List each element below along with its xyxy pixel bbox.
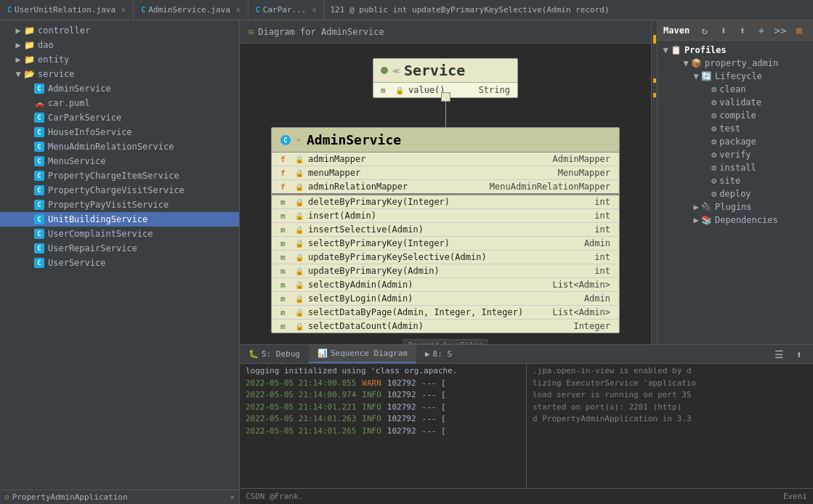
log-num: 102792 [387,426,416,438]
add-button[interactable]: + [753,23,769,38]
maven-project[interactable]: ▼ 📦 property_admin [658,57,813,70]
lifecycle-item-label: clean [719,84,745,94]
tree-item-unitbuilding-service[interactable]: C UnitBuildingService [0,212,239,227]
right-log-text: load server is running on port 35 [533,389,692,402]
tree-item-entity[interactable]: ▶ 📁 entity [0,52,239,67]
deps-label: Dependencies [715,215,778,225]
tree-label: PropertyChargeItemService [48,171,179,181]
folder-icon: 📂 [23,68,35,80]
diagram-content[interactable]: ≪ Service m 🔒 value() String [240,44,651,344]
right-log: .jpa.open-in-view is enabled by d lizing… [527,364,813,488]
diagram-header: ⊞ Diagram for AdminService [240,20,651,44]
tree-item-houseinfo-service[interactable]: C HouseInfoService [0,125,239,139]
method-type: int [594,224,610,235]
tree-item-admin-service[interactable]: C AdminService [0,81,239,96]
tree-item-prop-charge-visit[interactable]: C PropertyChargeVisitService [0,183,239,198]
log-line-3: 2022-05-05 21:14:01.221 INFO 102792 --- … [246,402,520,414]
m-letter-button[interactable]: m [791,23,807,38]
project-icon: 📦 [691,58,702,68]
tree-item-prop-charge-item[interactable]: C PropertyChargeItemService [0,168,239,183]
deps-icon: 📚 [701,215,712,225]
tree-item-carpark-service[interactable]: C CarParkService [0,110,239,125]
maven-lifecycle-verify[interactable]: ⚙ verify [658,148,813,161]
bug-icon: 🐛 [248,349,259,359]
tree-item-controller[interactable]: ▶ 📁 controller [0,23,239,38]
tree-label: UnitBuildingService [48,214,147,224]
maven-lifecycle-validate[interactable]: ⚙ validate [658,96,813,109]
tab-close-icon[interactable]: × [121,6,126,14]
log-level: INFO [362,402,381,414]
tree-item-menuadmin-service[interactable]: C MenuAdminRelationService [0,139,239,154]
interface-dot-icon [381,67,388,74]
bottom-up-icon[interactable]: ⬆ [791,346,807,362]
c-class-icon: C [33,170,45,182]
lock-icon: 🔒 [295,309,304,317]
tab-admin-service[interactable]: C AdminService.java × [134,0,248,20]
tree-item-dao[interactable]: ▶ 📁 dao [0,38,239,52]
folder-icon: 📁 [23,25,35,36]
maven-lifecycle-deploy[interactable]: ⚙ deploy [658,187,813,200]
maven-lifecycle-compile[interactable]: ⚙ compile [658,109,813,122]
interface-icon: ≪ [392,67,400,75]
uml-fields-section: f 🔒 adminMapper AdminMapper f 🔒 menuMapp [272,153,619,193]
maven-lifecycle-install[interactable]: ⚙ install [658,161,813,174]
lock-icon: 🔒 [295,281,304,289]
refresh-button[interactable]: ↻ [697,23,713,38]
powered-by: Powered by yFiles [403,339,488,344]
right-log-3: load server is running on port 35 [533,389,807,402]
tab-sequence-diagram[interactable]: 📊 Sequence Diagram [309,345,416,363]
log-line-2: 2022-05-05 21:14:00.974 INFO 102792 --- … [246,389,520,402]
lifecycle-item-label: install [719,163,756,173]
gear-icon: ⚙ [711,110,716,121]
more-button[interactable]: >> [772,23,788,38]
tree-item-car-puml[interactable]: 🚗 car.puml [0,96,239,110]
bottom-content-area: logging initialized using 'class org.apa… [240,364,813,488]
tab-run[interactable]: ▶ 8: S [416,345,461,363]
log-init: logging initialized using 'class org.apa… [246,365,520,378]
lock-icon: 🔒 [295,226,304,234]
log-num: 102792 [387,389,416,402]
line-info: 121 @ public int updateByPrimaryKeySelec… [324,5,813,15]
tree-item-prop-pay-visit[interactable]: C PropertyPayVisitService [0,198,239,212]
scroll-stripe [651,20,657,344]
log-time: 2022-05-05 21:14:01.221 [246,402,356,414]
log-msg: --- [ [422,389,446,402]
maven-profiles-section[interactable]: ▼ 📋 Profiles [658,44,813,57]
maven-lifecycle-clean[interactable]: ⚙ clean [658,83,813,96]
download-button[interactable]: ⬇ [716,23,732,38]
c-class-icon: C [33,155,45,167]
tree-item-user-service[interactable]: C UserService [0,256,239,270]
tab-run-label: 8: S [433,349,453,359]
top-tab-bar: C UserUnitRelation.java × C AdminService… [0,0,813,20]
bottom-tab-bar: 🐛 5: Debug 📊 Sequence Diagram ▶ 8: S ☰ ⬆ [240,345,813,364]
java-icon: C [7,6,12,14]
tree-item-user-complaint[interactable]: C UserComplaintService [0,227,239,241]
tree-item-user-repair[interactable]: C UserRepairService [0,241,239,256]
tab-carpar[interactable]: C CarPar... × [248,0,325,20]
tree-label: service [38,69,75,79]
maven-lifecycle-site[interactable]: ⚙ site [658,174,813,187]
app-item-close[interactable]: × [230,492,235,502]
install-button[interactable]: ⬆ [735,23,751,38]
bottom-align-icon[interactable]: ☰ [771,346,787,362]
maven-deps-section[interactable]: ▶ 📚 Dependencies [658,214,813,227]
maven-lifecycle-section[interactable]: ▼ 🔄 Lifecycle [658,70,813,83]
diagram-title: Diagram for AdminService [258,27,384,37]
tab-user-unit-relation[interactable]: C UserUnitRelation.java × [0,0,134,20]
maven-plugins-section[interactable]: ▶ 🔌 Plugins [658,200,813,214]
maven-lifecycle-test[interactable]: ⚙ test [658,122,813,135]
tab-close-icon2[interactable]: × [236,6,240,14]
c-class-icon: C [33,126,45,138]
tree-item-service[interactable]: ▼ 📂 service [0,67,239,81]
maven-header: Maven ↻ ⬇ ⬆ + >> m [658,20,813,41]
app-item-label[interactable]: PropertyAdminApplication [12,492,128,502]
tab-debug[interactable]: 🐛 5: Debug [240,345,309,363]
maven-lifecycle-package[interactable]: ⚙ package [658,135,813,148]
tree-item-menu-service[interactable]: C MenuService [0,154,239,168]
c-class-icon: C [33,141,45,153]
left-sidebar: ▶ 📁 controller ▶ 📁 dao ▶ 📁 entity ▼ [0,20,240,504]
tab-close-icon3[interactable]: × [312,6,316,14]
method-badge: m [280,239,291,248]
field-type: MenuMapper [558,168,610,178]
lifecycle-label: Lifecycle [715,71,762,81]
